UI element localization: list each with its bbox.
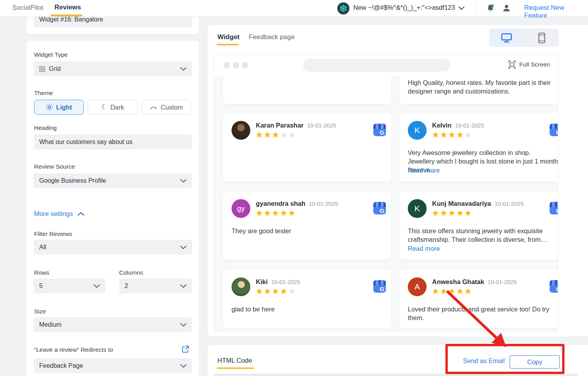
browser-chrome-bar: Full Screen bbox=[214, 54, 558, 76]
mobile-view-button[interactable] bbox=[524, 29, 559, 47]
account-chevron-down-icon[interactable] bbox=[458, 6, 465, 10]
html-code-card: HTML Code Send as Email Copy bbox=[208, 345, 588, 376]
review-source-value: Google Business Profile bbox=[39, 177, 106, 184]
size-select[interactable]: Medium bbox=[34, 317, 192, 332]
socialpilot-logo[interactable]: SocialPilot bbox=[12, 4, 43, 12]
html-code-underline bbox=[217, 367, 254, 369]
theme-dark-button[interactable]: ☾ Dark bbox=[88, 100, 138, 115]
sun-icon bbox=[46, 104, 53, 111]
google-business-icon: G bbox=[550, 280, 558, 293]
heading-label: Heading bbox=[34, 124, 57, 131]
chevron-up-icon bbox=[78, 212, 84, 216]
review-text: Loved their products and great service t… bbox=[408, 305, 558, 322]
rows-value: 5 bbox=[39, 282, 43, 290]
full-screen-label: Full Screen bbox=[519, 61, 550, 68]
fullscreen-icon bbox=[508, 60, 516, 69]
google-business-icon: G bbox=[373, 124, 386, 136]
star-rating: ★★★★★ bbox=[255, 130, 296, 140]
widget-type-value: Grid bbox=[49, 65, 61, 72]
star-rating: ★★★★★ bbox=[432, 286, 472, 297]
top-navbar: SocialPilot Reviews New ~!@#$%^&*()_)_+:… bbox=[0, 0, 588, 17]
external-link-icon[interactable] bbox=[181, 345, 190, 353]
nav-tab-reviews[interactable]: Reviews bbox=[54, 4, 81, 11]
copy-button[interactable]: Copy bbox=[510, 355, 560, 369]
google-business-icon: G bbox=[550, 202, 558, 214]
tab-feedback-page[interactable]: Feedback page bbox=[249, 33, 295, 41]
avatar bbox=[232, 277, 250, 296]
read-more-link[interactable]: Read more bbox=[408, 167, 440, 174]
more-settings-toggle[interactable]: More settings bbox=[34, 210, 84, 218]
profile-person-icon[interactable] bbox=[502, 4, 511, 13]
columns-label: Columns bbox=[119, 269, 143, 276]
reviewer-name: Kiki10-01-2025 bbox=[256, 278, 300, 286]
theme-light-label: Light bbox=[56, 104, 72, 111]
filter-reviews-label: Filter Reviews bbox=[34, 230, 72, 237]
chevron-down-icon bbox=[180, 67, 186, 71]
html-code-label: HTML Code bbox=[217, 357, 252, 364]
reviewer-name: Karan Parashar10-01-2025 bbox=[256, 122, 336, 129]
google-business-icon: G bbox=[373, 280, 386, 293]
grid-icon bbox=[39, 66, 45, 72]
browser-preview-frame: Full Screen High Quality, honest rates. … bbox=[213, 54, 558, 332]
widget-type-label: Widget Type bbox=[34, 51, 68, 58]
notifications-bell-icon[interactable] bbox=[486, 4, 495, 13]
device-toggle bbox=[489, 29, 559, 47]
navbar-divider bbox=[476, 3, 477, 13]
google-business-icon: G bbox=[373, 202, 386, 214]
reviewer-name: Anwesha Ghatak10-01-2025 bbox=[432, 278, 517, 286]
desktop-view-button[interactable] bbox=[489, 29, 524, 47]
review-date: 10-01-2025 bbox=[488, 279, 517, 285]
account-avatar-icon[interactable] bbox=[337, 2, 349, 14]
avatar: K bbox=[408, 199, 427, 218]
redirect-select[interactable]: Feedback Page bbox=[34, 358, 192, 373]
review-text: glad to be here bbox=[232, 305, 383, 314]
tab-widget[interactable]: Widget bbox=[217, 33, 240, 41]
review-date: 10-01-2025 bbox=[309, 201, 338, 207]
size-value: Medium bbox=[39, 321, 62, 328]
heading-input[interactable]: What our customers say about us bbox=[34, 135, 192, 149]
review-text: They are good tester bbox=[232, 227, 383, 236]
star-rating: ★★★★★ bbox=[255, 286, 296, 297]
review-date: 10-01-2025 bbox=[455, 122, 484, 129]
filter-reviews-select[interactable]: All bbox=[34, 240, 192, 255]
mobile-phone-icon bbox=[538, 32, 545, 43]
reviews-grid: High Quality, honest rates. My favorite … bbox=[214, 76, 558, 331]
widget-settings-panel: Widget Type Grid Theme Light ☾ Dark bbox=[27, 41, 199, 376]
theme-custom-label: Custom bbox=[161, 104, 183, 111]
reviewer-name: Kunj Manavadariya10-01-2025 bbox=[432, 200, 524, 207]
filter-reviews-value: All bbox=[39, 244, 46, 251]
review-text: This store offers stunning jewelry with … bbox=[408, 227, 558, 244]
theme-light-button[interactable]: Light bbox=[34, 100, 84, 115]
moon-icon: ☾ bbox=[101, 104, 107, 110]
desktop-monitor-icon bbox=[501, 33, 512, 43]
chevron-down-icon bbox=[180, 284, 186, 288]
avatar bbox=[232, 121, 250, 140]
full-screen-button[interactable]: Full Screen bbox=[508, 60, 550, 69]
rows-select[interactable]: 5 bbox=[34, 279, 105, 293]
more-settings-label: More settings bbox=[34, 210, 73, 218]
review-card: Kiki10-01-2025 ★★★★★ G glad to be here bbox=[223, 269, 391, 328]
theme-dark-label: Dark bbox=[110, 104, 124, 111]
browser-dot-icon bbox=[242, 62, 248, 68]
account-name[interactable]: New ~!@#$%^&*()_)_+:"<>asdf123 bbox=[353, 4, 455, 11]
custom-theme-arc-icon bbox=[150, 104, 157, 110]
chevron-down-icon bbox=[180, 246, 186, 249]
request-new-feature-link[interactable]: Request New Feature bbox=[524, 4, 588, 20]
review-card: K Kelvin10-01-2025 ★★★★★ G Very Awesome … bbox=[399, 113, 558, 182]
send-as-email-link[interactable]: Send as Email bbox=[463, 357, 505, 365]
size-label: Size bbox=[34, 308, 46, 315]
avatar: A bbox=[408, 277, 427, 296]
theme-label: Theme bbox=[34, 90, 53, 97]
columns-select[interactable]: 2 bbox=[119, 279, 192, 293]
chevron-down-icon bbox=[180, 323, 186, 327]
review-card: A Anwesha Ghatak10-01-2025 ★★★★★ G Loved… bbox=[399, 269, 558, 328]
review-source-select[interactable]: Google Business Profile bbox=[34, 173, 192, 188]
review-card bbox=[223, 76, 391, 104]
theme-custom-button[interactable]: Custom bbox=[141, 100, 191, 115]
avatar: gy bbox=[232, 199, 250, 218]
star-rating: ★★★★★ bbox=[255, 208, 296, 218]
review-date: 10-01-2025 bbox=[494, 201, 523, 207]
widget-preview-card: Widget Feedback page bbox=[208, 25, 588, 336]
read-more-link[interactable]: Read more bbox=[408, 245, 440, 252]
widget-type-select[interactable]: Grid bbox=[34, 61, 192, 76]
